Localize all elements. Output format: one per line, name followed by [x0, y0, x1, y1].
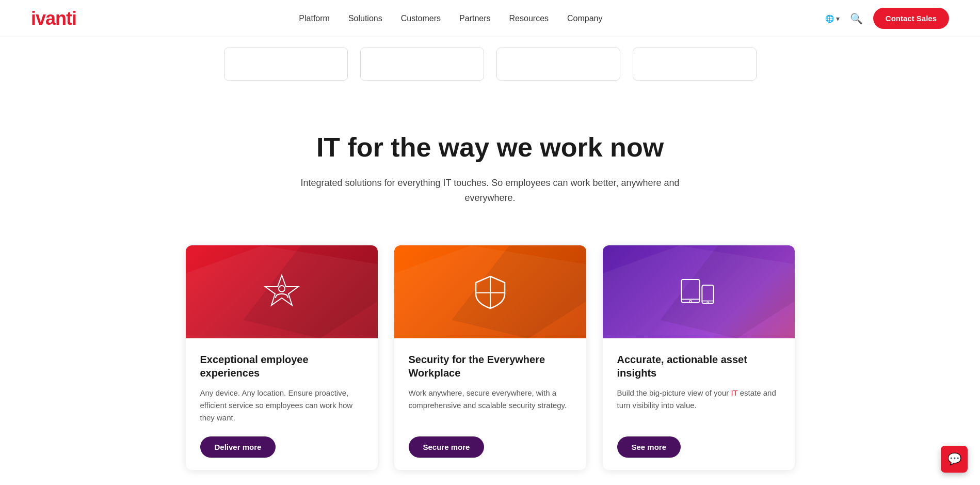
- card-body-security: Security for the Everywhere Workplace Wo…: [394, 338, 586, 470]
- card-desc-asset: Build the big-picture view of your IT es…: [617, 387, 780, 424]
- chat-icon: 💬: [947, 452, 961, 466]
- hero-subtitle: Integrated solutions for everything IT t…: [294, 176, 686, 206]
- see-more-button[interactable]: See more: [617, 436, 681, 458]
- secure-more-button[interactable]: Secure more: [409, 436, 485, 458]
- chat-fab-button[interactable]: 💬: [941, 446, 968, 473]
- card-header-employee: [186, 245, 378, 338]
- page-content: IT for the way we work now Integrated so…: [0, 0, 980, 485]
- card-desc-asset-before: Build the big-picture view of your: [617, 388, 731, 397]
- hero-title: IT for the way we work now: [31, 132, 949, 163]
- nav-item-customers[interactable]: Customers: [401, 14, 441, 23]
- top-card-3: [496, 48, 620, 81]
- top-card-4: [633, 48, 757, 81]
- nav-item-platform[interactable]: Platform: [299, 14, 330, 23]
- deliver-more-button[interactable]: Deliver more: [200, 436, 276, 458]
- search-button[interactable]: 🔍: [848, 10, 865, 27]
- top-card-2: [360, 48, 484, 81]
- card-title-security: Security for the Everywhere Workplace: [409, 353, 572, 380]
- logo[interactable]: ivanti: [31, 8, 76, 29]
- nav-item-partners[interactable]: Partners: [459, 14, 490, 23]
- svg-point-6: [689, 301, 692, 303]
- card-security: Security for the Everywhere Workplace Wo…: [394, 245, 586, 470]
- language-selector[interactable]: 🌐 ▾: [825, 14, 840, 23]
- svg-marker-0: [265, 275, 298, 305]
- card-asset-insights: Accurate, actionable asset insights Buil…: [603, 245, 795, 470]
- feature-cards-section: Exceptional employee experiences Any dev…: [155, 221, 826, 485]
- globe-icon: 🌐: [825, 14, 834, 23]
- svg-point-1: [279, 286, 285, 292]
- lang-chevron: ▾: [836, 14, 840, 23]
- nav-right: 🌐 ▾ 🔍 Contact Sales: [825, 8, 949, 29]
- top-cards-strip: [0, 37, 980, 101]
- shield-icon: [470, 271, 511, 312]
- svg-point-9: [707, 302, 709, 304]
- card-desc-security: Work anywhere, secure everywhere, with a…: [409, 387, 572, 424]
- card-employee-experiences: Exceptional employee experiences Any dev…: [186, 245, 378, 470]
- star-person-icon: [261, 271, 302, 312]
- card-desc-asset-it: IT: [731, 388, 737, 397]
- nav-links: Platform Solutions Customers Partners Re…: [299, 14, 602, 23]
- card-body-asset: Accurate, actionable asset insights Buil…: [603, 338, 795, 470]
- nav-item-company[interactable]: Company: [567, 14, 602, 23]
- card-body-employee: Exceptional employee experiences Any dev…: [186, 338, 378, 470]
- card-title-asset: Accurate, actionable asset insights: [617, 353, 780, 380]
- card-header-asset: [603, 245, 795, 338]
- navbar: ivanti Platform Solutions Customers Part…: [0, 0, 980, 37]
- nav-item-solutions[interactable]: Solutions: [348, 14, 382, 23]
- card-desc-employee: Any device. Any location. Ensure proacti…: [200, 387, 363, 424]
- devices-icon: [678, 271, 719, 312]
- logo-text: ivanti: [31, 8, 76, 29]
- contact-sales-button[interactable]: Contact Sales: [873, 8, 949, 29]
- top-card-1: [224, 48, 348, 81]
- card-header-security: [394, 245, 586, 338]
- search-icon: 🔍: [850, 13, 863, 24]
- hero-section: IT for the way we work now Integrated so…: [0, 101, 980, 221]
- card-title-employee: Exceptional employee experiences: [200, 353, 363, 380]
- nav-item-resources[interactable]: Resources: [509, 14, 549, 23]
